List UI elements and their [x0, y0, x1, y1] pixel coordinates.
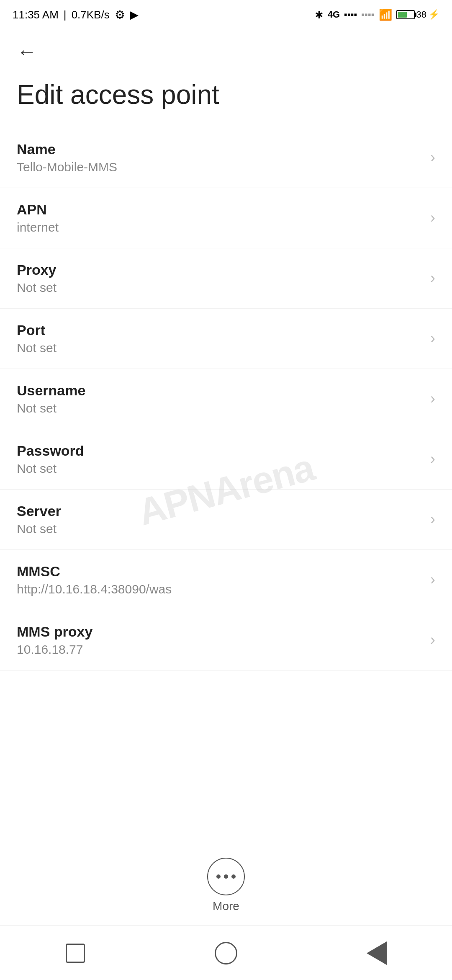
settings-value-server: Not set	[17, 522, 61, 536]
chevron-right-username: ›	[430, 390, 435, 407]
settings-item-apn[interactable]: APN internet ›	[0, 188, 452, 248]
status-bar: 11:35 AM | 0.7KB/s ⚙ ▶ ∗ 4G ▪▪▪▪ ▪▪▪▪ 📶 …	[0, 0, 452, 29]
settings-item-proxy-content: Proxy Not set	[17, 262, 56, 295]
settings-item-port[interactable]: Port Not set ›	[0, 309, 452, 369]
back-nav-icon	[367, 941, 387, 965]
more-label: More	[213, 900, 239, 913]
chevron-right-apn: ›	[430, 209, 435, 227]
settings-item-mms-proxy[interactable]: MMS proxy 10.16.18.77 ›	[0, 610, 452, 671]
status-right: ∗ 4G ▪▪▪▪ ▪▪▪▪ 📶 38 ⚡	[314, 8, 439, 21]
settings-label-mmsc: MMSC	[17, 563, 172, 580]
wifi-icon: 📶	[379, 8, 392, 21]
page-title: Edit access point	[0, 70, 452, 128]
status-left: 11:35 AM | 0.7KB/s ⚙ ▶	[13, 8, 139, 22]
settings-item-username-content: Username Not set	[17, 382, 85, 415]
network-speed: 0.7KB/s	[72, 8, 110, 21]
settings-label-port: Port	[17, 322, 56, 338]
settings-value-mmsc: http://10.16.18.4:38090/was	[17, 582, 172, 596]
chevron-right-name: ›	[430, 149, 435, 166]
chevron-right-proxy: ›	[430, 269, 435, 287]
settings-item-server-content: Server Not set	[17, 503, 61, 536]
settings-item-proxy[interactable]: Proxy Not set ›	[0, 248, 452, 309]
settings-item-name-content: Name Tello-Mobile-MMS	[17, 141, 117, 174]
home-icon	[215, 942, 237, 965]
settings-item-password-content: Password Not set	[17, 443, 84, 476]
chevron-right-port: ›	[430, 330, 435, 347]
settings-item-apn-content: APN internet	[17, 201, 59, 235]
more-circle-icon	[207, 858, 245, 895]
video-icon: ▶	[130, 8, 139, 21]
recent-apps-button[interactable]	[59, 936, 92, 970]
settings-label-name: Name	[17, 141, 117, 157]
settings-value-proxy: Not set	[17, 281, 56, 295]
recent-apps-icon	[66, 944, 85, 963]
settings-item-name[interactable]: Name Tello-Mobile-MMS ›	[0, 128, 452, 188]
chevron-right-mmsc: ›	[430, 571, 435, 588]
chevron-right-server: ›	[430, 511, 435, 528]
settings-item-mmsc[interactable]: MMSC http://10.16.18.4:38090/was ›	[0, 550, 452, 610]
back-nav-button[interactable]	[360, 936, 393, 970]
settings-value-apn: internet	[17, 220, 59, 235]
settings-item-username[interactable]: Username Not set ›	[0, 369, 452, 429]
chevron-right-password: ›	[430, 450, 435, 468]
home-button[interactable]	[209, 936, 243, 970]
battery-percent: 38	[416, 9, 426, 20]
bolt-icon: ⚡	[428, 9, 439, 20]
battery-fill	[398, 12, 407, 18]
settings-item-mms-proxy-content: MMS proxy 10.16.18.77	[17, 624, 92, 657]
settings-item-server[interactable]: Server Not set ›	[0, 490, 452, 550]
settings-label-username: Username	[17, 382, 85, 399]
signal-bars-icon: ▪▪▪▪	[344, 9, 357, 20]
back-button[interactable]: ←	[17, 42, 37, 62]
bluetooth-icon: ∗	[314, 8, 324, 21]
settings-value-name: Tello-Mobile-MMS	[17, 160, 117, 174]
settings-label-mms-proxy: MMS proxy	[17, 624, 92, 640]
settings-label-proxy: Proxy	[17, 262, 56, 278]
settings-value-port: Not set	[17, 341, 56, 355]
more-dots-icon	[216, 874, 236, 879]
chevron-right-mms-proxy: ›	[430, 631, 435, 649]
settings-value-username: Not set	[17, 401, 85, 415]
settings-value-password: Not set	[17, 462, 84, 476]
settings-item-password[interactable]: Password Not set ›	[0, 429, 452, 490]
battery-icon	[396, 10, 415, 19]
settings-label-password: Password	[17, 443, 84, 459]
signal-4g-icon: 4G	[328, 9, 340, 20]
separator: |	[64, 8, 67, 21]
battery-container: 38 ⚡	[396, 9, 439, 20]
signal-bars2-icon: ▪▪▪▪	[361, 9, 374, 20]
more-button[interactable]: More	[207, 858, 245, 913]
time-display: 11:35 AM	[13, 8, 59, 21]
settings-label-apn: APN	[17, 201, 59, 218]
settings-value-mms-proxy: 10.16.18.77	[17, 642, 92, 657]
settings-icon: ⚙	[115, 8, 125, 22]
settings-label-server: Server	[17, 503, 61, 519]
top-bar: ←	[0, 29, 452, 70]
settings-item-mmsc-content: MMSC http://10.16.18.4:38090/was	[17, 563, 172, 596]
settings-item-port-content: Port Not set	[17, 322, 56, 355]
nav-bar	[0, 926, 452, 980]
settings-list: Name Tello-Mobile-MMS › APN internet › P…	[0, 128, 452, 671]
